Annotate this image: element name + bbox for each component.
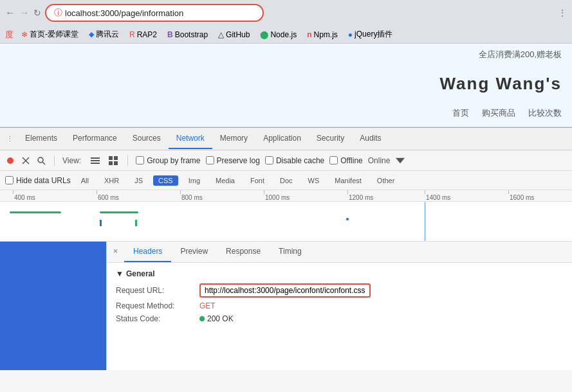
- panel-tab-timing[interactable]: Timing: [270, 242, 311, 262]
- address-bar[interactable]: ⓘ localhost:3000/page/information: [45, 4, 264, 22]
- filter-manifest[interactable]: Manifest: [329, 175, 367, 186]
- ruler-mark-1200: 1200 ms: [347, 190, 373, 201]
- online-dropdown-icon[interactable]: [395, 156, 405, 166]
- bookmark-npm[interactable]: n Npm.js: [304, 29, 340, 40]
- bookmark-label: GitHub: [226, 30, 250, 39]
- menu-icon[interactable]: ⋮: [558, 8, 567, 18]
- back-button[interactable]: ←: [5, 7, 15, 19]
- tab-network[interactable]: Network: [169, 129, 212, 149]
- right-panel: × Headers Preview Response Timing ▼ Gene…: [106, 242, 572, 370]
- filter-doc[interactable]: Doc: [275, 175, 298, 186]
- record-button[interactable]: [5, 156, 15, 166]
- reload-button[interactable]: ↻: [33, 8, 41, 18]
- security-icon: ⓘ: [54, 7, 62, 19]
- filter-xhr[interactable]: XHR: [99, 175, 124, 186]
- ruler-mark-600: 600 ms: [97, 190, 119, 201]
- request-method-value: GET: [199, 301, 216, 310]
- filter-js[interactable]: JS: [129, 175, 148, 186]
- status-dot: [199, 316, 205, 321]
- devtools-more-icon[interactable]: ⋮: [3, 135, 17, 143]
- hide-data-urls-checkbox[interactable]: Hide data URLs: [5, 176, 71, 185]
- nav-item-compare[interactable]: 比较次数: [528, 107, 562, 119]
- waterfall-mark: [100, 220, 102, 226]
- bookmark-jquery[interactable]: ● jQuery插件: [346, 28, 396, 41]
- panel-tab-headers[interactable]: Headers: [124, 242, 171, 262]
- toolbar-row: View: Group by frame Preserve log Disabl…: [0, 150, 572, 171]
- jquery-icon: ●: [348, 30, 353, 39]
- filter-img[interactable]: Img: [183, 175, 205, 186]
- left-panel[interactable]: [0, 242, 106, 370]
- tab-memory[interactable]: Memory: [212, 129, 255, 149]
- bootstrap-icon: B: [167, 30, 173, 39]
- timeline-ruler: 400 ms 600 ms 800 ms 1000 ms 1200 ms 140…: [0, 190, 572, 202]
- request-url-value: http://localhost:3000/page/iconfont/icon…: [199, 283, 371, 298]
- forward-button[interactable]: →: [19, 7, 30, 19]
- devtools-tab-bar: ⋮ Elements Performance Sources Network M…: [0, 128, 572, 150]
- tab-sources[interactable]: Sources: [125, 129, 169, 149]
- tab-application[interactable]: Application: [255, 129, 309, 149]
- svg-rect-7: [91, 163, 100, 164]
- track-green-2: [100, 211, 138, 213]
- svg-point-0: [7, 157, 14, 164]
- panel-content: ▼ General Request URL: http://localhost:…: [107, 263, 572, 334]
- tab-security[interactable]: Security: [309, 129, 352, 149]
- bookmark-tencent[interactable]: ◆ 腾讯云: [86, 28, 122, 41]
- filter-other[interactable]: Other: [372, 175, 400, 186]
- status-code-row: Status Code: 200 OK: [116, 314, 563, 323]
- filter-media[interactable]: Media: [210, 175, 240, 186]
- ruler-mark-400: 400 ms: [13, 190, 35, 201]
- tab-audits[interactable]: Audits: [352, 129, 389, 149]
- page-content: 全店消费满200,赠老板 Wang Wang's 首页 购买商品 比较次数: [0, 44, 572, 127]
- collapse-triangle[interactable]: ▼: [116, 269, 124, 278]
- bookmark-rap2[interactable]: R RAP2: [127, 29, 160, 40]
- view-list-button[interactable]: [89, 156, 102, 166]
- preserve-log-checkbox[interactable]: Preserve log: [206, 156, 260, 165]
- online-label: Online: [368, 156, 391, 165]
- tab-performance[interactable]: Performance: [65, 129, 125, 149]
- view-label: View:: [62, 156, 81, 165]
- github-icon: △: [218, 30, 224, 39]
- bookmark-label: Node.js: [270, 30, 297, 39]
- panel-tabs: × Headers Preview Response Timing: [107, 242, 572, 263]
- baidu-icon: 度: [5, 29, 14, 40]
- ruler-mark-1400: 1400 ms: [425, 190, 450, 201]
- panel-close-button[interactable]: ×: [107, 242, 124, 262]
- bookmark-label: 首页-爱师课堂: [30, 29, 78, 40]
- filter-font[interactable]: Font: [245, 175, 270, 186]
- bookmark-label: 腾讯云: [96, 29, 119, 40]
- group-by-frame-checkbox[interactable]: Group by frame: [136, 156, 200, 165]
- bookmark-github[interactable]: △ GitHub: [216, 29, 252, 40]
- tab-elements[interactable]: Elements: [17, 129, 65, 149]
- filter-css[interactable]: CSS: [153, 175, 178, 186]
- aishi-icon: ❄: [21, 30, 28, 39]
- bookmark-label: Npm.js: [313, 30, 337, 39]
- bookmark-nodejs[interactable]: ⬤ Node.js: [257, 29, 299, 40]
- bookmark-bootstrap[interactable]: B Bootstrap: [165, 29, 210, 40]
- page-nav: 首页 购买商品 比较次数: [452, 107, 562, 121]
- svg-point-3: [38, 157, 43, 163]
- filter-row: Hide data URLs All XHR JS CSS Img Media …: [0, 171, 572, 190]
- offline-checkbox[interactable]: Offline: [329, 156, 362, 165]
- filter-ws[interactable]: WS: [303, 175, 325, 186]
- timeline-area: 400 ms 600 ms 800 ms 1000 ms 1200 ms 140…: [0, 190, 572, 242]
- toolbar-separator: [54, 156, 55, 166]
- panel-tab-preview[interactable]: Preview: [171, 242, 217, 262]
- panel-tab-response[interactable]: Response: [217, 242, 270, 262]
- svg-rect-10: [109, 161, 113, 165]
- request-method-row: Request Method: GET: [116, 301, 563, 310]
- general-section-header: ▼ General: [116, 269, 563, 278]
- nav-item-home[interactable]: 首页: [452, 107, 469, 119]
- view-group-button[interactable]: [107, 156, 120, 166]
- svg-rect-8: [109, 156, 113, 160]
- nodejs-icon: ⬤: [260, 30, 268, 39]
- filter-all[interactable]: All: [76, 175, 94, 186]
- nav-item-buy[interactable]: 购买商品: [482, 107, 515, 119]
- svg-rect-6: [91, 160, 100, 161]
- disable-cache-checkbox[interactable]: Disable cache: [265, 156, 324, 165]
- waterfall-mark2: [135, 220, 137, 226]
- search-button[interactable]: [36, 156, 46, 166]
- bookmark-aishi[interactable]: ❄ 首页-爱师课堂: [19, 28, 81, 41]
- status-code-label: Status Code:: [116, 314, 199, 323]
- bookmark-label: Bootstrap: [175, 30, 208, 39]
- clear-button[interactable]: [21, 156, 31, 166]
